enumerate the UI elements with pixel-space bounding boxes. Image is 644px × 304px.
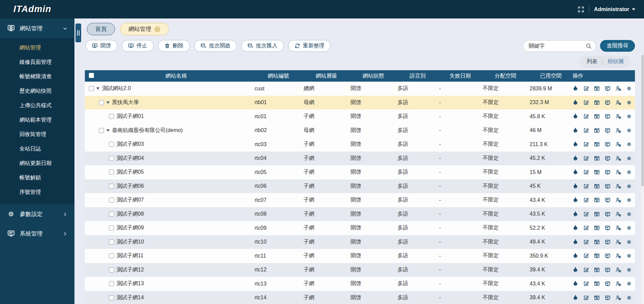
- clean-icon[interactable]: [573, 253, 578, 259]
- site-name[interactable]: 黑快馬大學: [112, 99, 139, 106]
- edit-icon[interactable]: [583, 281, 589, 287]
- user-gear-icon[interactable]: [615, 128, 621, 133]
- user-gear-icon[interactable]: [615, 281, 621, 287]
- screen-icon[interactable]: [605, 141, 610, 147]
- row-checkbox[interactable]: [109, 156, 114, 161]
- screen-icon[interactable]: [605, 295, 610, 301]
- window-icon[interactable]: [594, 183, 600, 189]
- screen-icon[interactable]: [605, 183, 610, 189]
- site-name[interactable]: 測試子網04: [116, 155, 144, 162]
- sidebar-item-4[interactable]: 上傳公共樣式: [0, 98, 74, 113]
- site-name[interactable]: 測試子網01: [116, 113, 144, 120]
- clean-icon[interactable]: [573, 100, 578, 105]
- sidebar-item-5[interactable]: 網站範本管理: [0, 113, 74, 127]
- edit-icon[interactable]: [583, 86, 589, 91]
- clean-icon[interactable]: [573, 86, 578, 91]
- site-name[interactable]: 測試子網09: [116, 224, 144, 231]
- row-checkbox[interactable]: [109, 240, 114, 245]
- tree-expand-caret-icon[interactable]: [96, 87, 100, 90]
- site-name[interactable]: 測試子網12: [116, 266, 144, 273]
- screen-icon[interactable]: [605, 211, 610, 217]
- clean-icon[interactable]: [573, 156, 578, 161]
- settings-gear-icon[interactable]: [626, 295, 632, 301]
- site-name[interactable]: 測試子網10: [116, 238, 144, 246]
- scrollbar-thumb[interactable]: [641, 55, 644, 186]
- settings-gear-icon[interactable]: [626, 86, 632, 91]
- site-name[interactable]: 測試子網07: [116, 197, 144, 204]
- clean-icon[interactable]: [573, 128, 578, 133]
- user-gear-icon[interactable]: [615, 114, 621, 119]
- clean-icon[interactable]: [573, 169, 578, 175]
- screen-icon[interactable]: [605, 239, 610, 245]
- user-gear-icon[interactable]: [615, 197, 621, 203]
- site-name[interactable]: 測試子網06: [116, 183, 144, 190]
- clean-icon[interactable]: [573, 211, 578, 217]
- tree-expand-caret-icon[interactable]: [106, 101, 110, 104]
- clean-icon[interactable]: [573, 295, 578, 301]
- tab-website-management[interactable]: 網站管理: [120, 23, 169, 35]
- edit-icon[interactable]: [583, 197, 589, 203]
- user-gear-icon[interactable]: [615, 156, 621, 161]
- sidebar-collapse-handle[interactable]: [75, 24, 81, 42]
- clean-icon[interactable]: [573, 239, 578, 245]
- sidebar-item-2[interactable]: 帳號權限清查: [0, 70, 74, 84]
- search-input[interactable]: [529, 43, 586, 49]
- user-gear-icon[interactable]: [615, 86, 621, 91]
- screen-icon[interactable]: [605, 156, 610, 161]
- settings-gear-icon[interactable]: [626, 169, 632, 175]
- window-icon[interactable]: [594, 114, 600, 119]
- user-gear-icon[interactable]: [615, 183, 621, 189]
- toolbar-button-4[interactable]: 批次匯入: [241, 40, 284, 52]
- user-gear-icon[interactable]: [615, 267, 621, 273]
- sidebar-item-7[interactable]: 全站日誌: [0, 142, 74, 156]
- edit-icon[interactable]: [583, 156, 589, 161]
- sidebar-item-6[interactable]: 回收筒管理: [0, 127, 74, 142]
- site-name[interactable]: 測試子網11: [116, 252, 144, 259]
- row-checkbox[interactable]: [89, 86, 94, 91]
- settings-gear-icon[interactable]: [626, 100, 632, 105]
- row-checkbox[interactable]: [109, 114, 114, 119]
- close-circle-icon[interactable]: [154, 26, 160, 33]
- window-icon[interactable]: [594, 253, 600, 259]
- row-checkbox[interactable]: [109, 170, 114, 175]
- site-name[interactable]: 臺南紡織股份有限公司(demo): [112, 127, 183, 134]
- clean-icon[interactable]: [573, 225, 578, 231]
- toolbar-button-0[interactable]: 開啓: [86, 40, 117, 52]
- toolbar-button-5[interactable]: 重新整理: [288, 40, 331, 52]
- settings-gear-icon[interactable]: [626, 128, 632, 133]
- row-checkbox[interactable]: [109, 212, 114, 217]
- edit-icon[interactable]: [583, 211, 589, 217]
- fullscreen-icon[interactable]: [578, 6, 584, 13]
- view-option-tree[interactable]: 樹狀圖: [608, 58, 624, 65]
- edit-icon[interactable]: [583, 169, 589, 175]
- search-icon[interactable]: [586, 43, 592, 49]
- clean-icon[interactable]: [573, 197, 578, 203]
- site-name[interactable]: 測試子網08: [116, 211, 144, 218]
- user-menu[interactable]: Administrator: [594, 6, 635, 12]
- window-icon[interactable]: [594, 141, 600, 147]
- window-icon[interactable]: [594, 267, 600, 273]
- window-icon[interactable]: [594, 211, 600, 217]
- window-icon[interactable]: [594, 197, 600, 203]
- edit-icon[interactable]: [583, 128, 589, 133]
- user-gear-icon[interactable]: [615, 253, 621, 259]
- site-name[interactable]: 測試子網14: [116, 294, 144, 301]
- screen-icon[interactable]: [605, 253, 610, 259]
- user-gear-icon[interactable]: [615, 295, 621, 301]
- sidebar-item-10[interactable]: 序號管理: [0, 185, 74, 200]
- settings-gear-icon[interactable]: [626, 114, 632, 119]
- screen-icon[interactable]: [605, 267, 610, 273]
- sidebar-item-1[interactable]: 維修頁面管理: [0, 55, 74, 70]
- clean-icon[interactable]: [573, 183, 578, 189]
- window-icon[interactable]: [594, 100, 600, 105]
- site-name[interactable]: 測試子網13: [116, 280, 144, 287]
- sidebar-section-website-mgmt[interactable]: 網站管理: [0, 18, 74, 38]
- row-checkbox[interactable]: [99, 100, 104, 105]
- row-checkbox[interactable]: [109, 142, 114, 147]
- window-icon[interactable]: [594, 239, 600, 245]
- settings-gear-icon[interactable]: [626, 197, 632, 203]
- window-icon[interactable]: [594, 128, 600, 133]
- toolbar-button-1[interactable]: 停止: [122, 40, 154, 52]
- edit-icon[interactable]: [583, 225, 589, 231]
- user-gear-icon[interactable]: [615, 141, 621, 147]
